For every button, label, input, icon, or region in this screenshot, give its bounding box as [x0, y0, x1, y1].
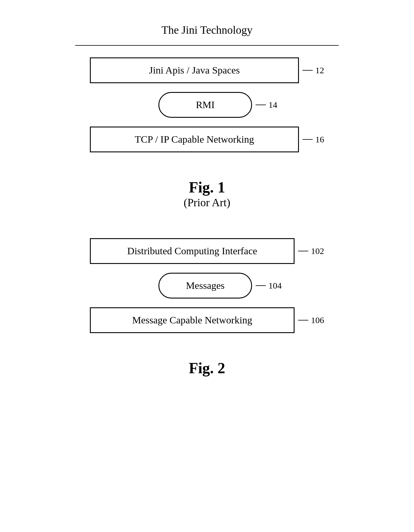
fig2-box3: Message Capable Networking — [90, 307, 295, 333]
figure-1-section: The Jini Technology Jini Apis / Java Spa… — [23, 23, 391, 209]
fig1-box2: RMI — [158, 92, 252, 118]
fig2-ref2: 104 — [256, 281, 324, 291]
fig2-row2: Messages 104 — [90, 273, 324, 299]
fig2-ref1: 102 — [298, 246, 324, 256]
fig1-ref2: 14 — [256, 100, 324, 110]
figure-2-section: Distributed Computing Interface 102 Mess… — [23, 238, 391, 377]
fig1-box1: Jini Apis / Java Spaces — [90, 57, 299, 83]
fig1-row2: RMI 14 — [90, 92, 324, 118]
fig1-row1: Jini Apis / Java Spaces 12 — [90, 57, 324, 83]
fig2-label: Fig. 2 — [189, 360, 225, 376]
fig1-title: The Jini Technology — [161, 23, 252, 36]
fig2-box1: Distributed Computing Interface — [90, 238, 295, 264]
fig1-ref3-num: 16 — [315, 134, 324, 144]
fig2-ref2-num: 104 — [268, 281, 282, 291]
fig2-row3: Message Capable Networking 106 — [90, 307, 324, 333]
ref-tick6-icon — [298, 317, 310, 323]
fig2-diagram: Distributed Computing Interface 102 Mess… — [90, 238, 324, 342]
ref-tick-icon — [302, 67, 314, 73]
fig2-ref3: 106 — [298, 315, 324, 325]
fig2-caption: Fig. 2 — [189, 359, 225, 377]
ref-tick4-icon — [298, 248, 310, 254]
ref-tick2-icon — [256, 102, 267, 108]
fig1-ref3: 16 — [302, 134, 324, 144]
ref-tick3-icon — [302, 137, 314, 142]
fig1-box3: TCP / IP Capable Networking — [90, 127, 299, 152]
fig1-row3: TCP / IP Capable Networking 16 — [90, 127, 324, 152]
fig1-label: Fig. 1 — [184, 179, 230, 196]
fig1-caption: Fig. 1 (Prior Art) — [184, 179, 230, 209]
fig2-row1: Distributed Computing Interface 102 — [90, 238, 324, 264]
fig1-ref1: 12 — [302, 65, 324, 75]
fig2-ref3-num: 106 — [311, 315, 324, 325]
ref-tick5-icon — [256, 283, 267, 289]
fig2-ref1-num: 102 — [311, 246, 324, 256]
fig1-ref2-num: 14 — [268, 100, 277, 110]
fig1-title-underline — [75, 45, 339, 46]
fig1-ref1-num: 12 — [315, 65, 324, 75]
fig2-box2: Messages — [158, 273, 252, 299]
fig1-prior-art: (Prior Art) — [184, 196, 230, 209]
fig1-diagram: Jini Apis / Java Spaces 12 RMI 14 — [90, 57, 324, 161]
